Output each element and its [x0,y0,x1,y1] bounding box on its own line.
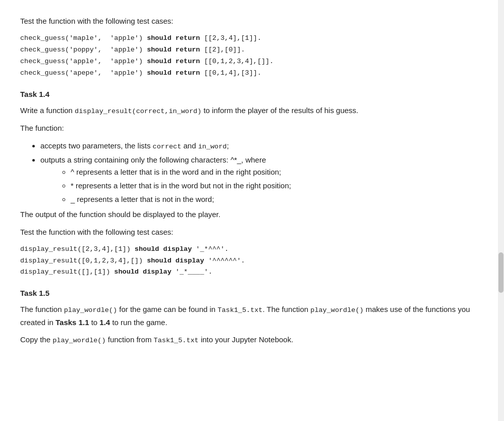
task15-para3-prefix: Copy the [20,335,52,344]
bullet-item-1: accepts two parameters, the lists correc… [40,140,484,152]
task15-para1-mid: for the game can be found in [117,305,217,313]
test-case-2-line2: display_result([0,1,2,3,4],[]) should di… [20,255,484,267]
task14-bullet-list: accepts two parameters, the lists correc… [40,140,484,206]
task15-code3: play_wordle() [310,306,363,314]
test-case-line: check_guess('apple', 'apple') should ret… [20,56,484,68]
task14-para1-suffix: to inform the player of the results of h… [201,106,358,115]
code-correct: correct [153,143,182,150]
test-case-2-line3: display_result([],[1]) should display '_… [20,267,484,278]
sub-bullet-1: ^ represents a letter that is in the wor… [71,166,484,178]
task15-bold1: Tasks 1.1 [55,318,89,327]
task15-bold2: 1.4 [99,318,110,327]
function-label: The function: [20,122,484,135]
task15-code1: play_wordle() [64,306,117,314]
test-cases-block-1: check_guess('maple', 'apple') should ret… [20,33,484,79]
sub-bullet-3: _ represents a letter that is not in the… [71,193,484,205]
code-in-word: in_word [198,143,227,150]
task14-output-para: The output of the function should be dis… [20,208,484,221]
task15-para3-end: into your Jupyter Notebook. [199,335,294,344]
sub-bullet-2: * represents a letter that is in the wor… [71,180,484,192]
scrollbar-thumb[interactable] [498,252,503,293]
task15-section: Task 1.5 The function play_wordle() for … [20,287,484,346]
task14-section: Task 1.4 Write a function display_result… [20,88,484,279]
bullet-item-2: outputs a string containing only the fol… [40,154,484,205]
task15-para3-code: play_wordle() [52,337,105,344]
task14-heading: Task 1.4 [20,88,484,100]
task15-para3-code2: Task1_5.txt [154,337,199,344]
task14-test-intro: Test the function with the following tes… [20,226,484,239]
task15-code2: Task1_5.txt [217,306,262,314]
task15-para2-mid2: to [89,318,100,327]
test-case-line: check_guess('apepe', 'apple') should ret… [20,68,484,79]
task15-para1-prefix: The function [20,305,64,313]
test-cases-block-2: display_result([2,3,4],[1]) should displ… [20,244,484,279]
test-intro-section: Test the function with the following tes… [20,15,484,79]
test-case-line: check_guess('maple', 'apple') should ret… [20,33,484,44]
scrollbar-track[interactable] [498,0,504,371]
task15-para3-suffix: function from [106,335,154,344]
task15-para1: The function play_wordle() for the game … [20,303,484,329]
test-case-line: check_guess('poppy', 'apple') should ret… [20,44,484,56]
task15-para3: Copy the play_wordle() function from Tas… [20,334,484,346]
test-intro-text: Test the function with the following tes… [20,15,484,28]
sub-bullet-list: ^ represents a letter that is in the wor… [71,166,484,205]
test-case-2-line1: display_result([2,3,4],[1]) should displ… [20,244,484,255]
task14-para1-code: display_result(correct,in_word) [75,108,201,115]
task15-para1-suffix: . The function [262,305,308,313]
task15-para2-suffix: to run the game. [110,318,167,327]
task14-para1-prefix: Write a function [20,106,75,115]
task15-heading: Task 1.5 [20,287,484,299]
task14-para1: Write a function display_result(correct,… [20,104,484,117]
